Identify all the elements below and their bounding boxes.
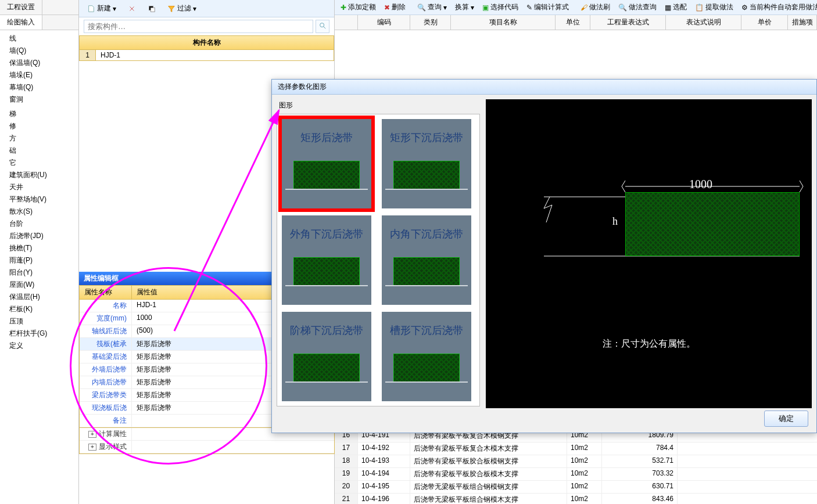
tree-item[interactable]: 窗洞 xyxy=(0,93,78,106)
tree-item[interactable]: 栏杆扶手(G) xyxy=(0,327,78,340)
style-group[interactable]: +显示样式 xyxy=(80,441,334,453)
tree-item[interactable]: 平整场地(V) xyxy=(0,193,78,206)
tab-project-settings[interactable]: 工程设置 xyxy=(0,0,42,15)
dialog-footer: 确定 xyxy=(764,411,808,427)
col-unit: 单位 xyxy=(556,15,590,30)
tree-item[interactable]: 保温墙(Q) xyxy=(0,57,78,69)
tree-item[interactable]: 栏板(K) xyxy=(0,303,78,315)
delete-button[interactable]: ✖删除 xyxy=(382,2,408,13)
plus-icon: ✚ xyxy=(341,3,346,12)
new-label: 新建 xyxy=(97,3,111,13)
hdr-val: 属性值 xyxy=(132,286,162,299)
tree-item[interactable]: 台阶 xyxy=(0,218,78,230)
dropdown-icon: ▾ xyxy=(113,5,116,13)
shape-select-dialog: 选择参数化图形 图形 矩形后浇带矩形下沉后浇带外角下沉后浇带内角下沉后浇带阶梯下… xyxy=(271,79,817,433)
tree-item[interactable]: 后浇带(JD) xyxy=(0,230,78,242)
shape-thumb[interactable]: 外角下沉后浇带 xyxy=(282,215,371,305)
expand-icon[interactable]: + xyxy=(88,431,96,438)
query-icon: 🔍 xyxy=(618,3,627,12)
query-button[interactable]: 🔍查询▾ xyxy=(415,2,449,13)
extract-button[interactable]: 📋提取做法 xyxy=(693,2,736,13)
thumb-baseline xyxy=(385,381,468,383)
tree-item[interactable]: 线 xyxy=(0,33,78,45)
prop-name: 轴线距后浇 xyxy=(80,325,132,337)
match-button[interactable]: ▦选配 xyxy=(662,2,689,13)
left-tabs: 工程设置 xyxy=(0,0,78,15)
new-icon xyxy=(87,5,95,13)
delete-button[interactable] xyxy=(124,3,139,14)
table-row[interactable]: 1710-4-192后浇带有梁板平板复合木模木支撑10m2784.4 xyxy=(335,442,817,455)
thumb-shape xyxy=(393,257,460,286)
tree-item[interactable]: 保温层(H) xyxy=(0,291,78,303)
list-item[interactable]: 1 HJD-1 xyxy=(80,50,334,60)
shape-thumb[interactable]: 槽形下沉后浇带 xyxy=(382,312,471,401)
shape-thumb[interactable]: 阶梯下沉后浇带 xyxy=(282,312,371,401)
tab-draw-input[interactable]: 绘图输入 xyxy=(0,15,42,30)
tree-item[interactable]: 建筑面积(U) xyxy=(0,169,78,181)
tree-item[interactable]: 散水(S) xyxy=(0,206,78,218)
dialog-title: 选择参数化图形 xyxy=(272,80,816,95)
prop-name: 名称 xyxy=(80,300,132,312)
tree-item[interactable]: 修 xyxy=(0,120,78,132)
tree-item[interactable]: 雨蓬(P) xyxy=(0,254,78,267)
table-row[interactable]: 2010-4-195后浇带无梁板平板组合钢模钢支撑10m2630.71 xyxy=(335,481,817,494)
table-row[interactable]: 1810-4-193后浇带有梁板平板胶合板模钢支撑10m2532.71 xyxy=(335,455,817,468)
tree-item[interactable]: 梯 xyxy=(0,108,78,120)
tree-item[interactable]: 挑檐(T) xyxy=(0,242,78,254)
match-icon: ▦ xyxy=(665,3,671,12)
brush-query-button[interactable]: 🔍做法查询 xyxy=(616,2,659,13)
auto-apply-button[interactable]: ⚙当前构件自动套用做法 xyxy=(739,2,817,13)
shape-thumb[interactable]: 矩形下沉后浇带 xyxy=(382,119,471,208)
select-code-button[interactable]: ▣选择代码 xyxy=(480,2,521,13)
search-icon xyxy=(318,21,327,31)
col-measure: 措施项 xyxy=(788,15,817,30)
right-toolbar: ✚添加定额 ✖删除 🔍查询▾ 换算▾ ▣选择代码 ✎编辑计算式 🖌做法刷 🔍做法… xyxy=(335,0,817,15)
shape-thumbnails: 矩形后浇带矩形下沉后浇带外角下沉后浇带内角下沉后浇带阶梯下沉后浇带槽形下沉后浇带 xyxy=(277,114,480,406)
svg-point-2 xyxy=(320,23,324,27)
shape-thumb[interactable]: 矩形后浇带 xyxy=(282,119,371,208)
tree-item[interactable]: 天井 xyxy=(0,181,78,193)
edit-icon: ✎ xyxy=(526,3,532,12)
copy-button[interactable] xyxy=(144,3,159,14)
search-row xyxy=(79,17,334,35)
brush-button[interactable]: 🖌做法刷 xyxy=(578,2,612,13)
tree-item[interactable]: 墙垛(E) xyxy=(0,69,78,81)
row-index: 1 xyxy=(80,50,96,60)
search-input[interactable] xyxy=(84,20,313,33)
new-button[interactable]: 新建 ▾ xyxy=(84,2,120,15)
thumb-baseline xyxy=(385,189,468,190)
component-list-header: 构件名称 xyxy=(79,35,334,50)
extract-icon: 📋 xyxy=(695,3,704,12)
replace-button[interactable]: 换算▾ xyxy=(453,2,476,13)
tree-item[interactable]: 定义 xyxy=(0,340,78,352)
tree-item[interactable]: 幕墙(Q) xyxy=(0,81,78,93)
table-row[interactable]: 2110-4-196后浇带无梁板平板组合钢模木支撑10m2843.46 xyxy=(335,494,817,504)
thumb-caption: 槽形下沉后浇带 xyxy=(382,323,471,337)
tree-item[interactable]: 屋面(W) xyxy=(0,279,78,291)
col-type: 类别 xyxy=(410,15,451,30)
tree-item[interactable]: 墙(Q) xyxy=(0,45,78,57)
col-code: 编码 xyxy=(358,15,410,30)
tree-item[interactable]: 础 xyxy=(0,145,78,157)
thumb-baseline xyxy=(385,285,468,286)
table-row[interactable]: 1910-4-194后浇带有梁板平板胶合板模木支撑10m2703.32 xyxy=(335,468,817,481)
preview-shape xyxy=(625,192,800,256)
add-quota-button[interactable]: ✚添加定额 xyxy=(338,2,378,13)
thumb-shape xyxy=(393,354,460,383)
dropdown-icon: ▾ xyxy=(443,3,447,12)
tree-item[interactable]: 压顶 xyxy=(0,315,78,327)
prop-name: 筏板(桩承 xyxy=(80,338,132,350)
edit-expr-button[interactable]: ✎编辑计算式 xyxy=(524,2,571,13)
preview-note: 注：尺寸为公有属性。 xyxy=(603,338,696,350)
shape-thumb[interactable]: 内角下沉后浇带 xyxy=(382,215,471,305)
component-toolbar: 新建 ▾ 过滤 ▾ xyxy=(79,0,334,17)
search-button[interactable] xyxy=(316,20,329,33)
filter-button[interactable]: 过滤 ▾ xyxy=(164,2,200,15)
ok-button[interactable]: 确定 xyxy=(764,411,808,427)
tree-item[interactable]: 阳台(Y) xyxy=(0,267,78,279)
tree-item[interactable]: 方 xyxy=(0,132,78,145)
svg-rect-1 xyxy=(150,8,155,12)
expand-icon[interactable]: + xyxy=(88,444,96,451)
tree-item[interactable]: 它 xyxy=(0,157,78,169)
prop-name: 备注 xyxy=(80,415,132,427)
